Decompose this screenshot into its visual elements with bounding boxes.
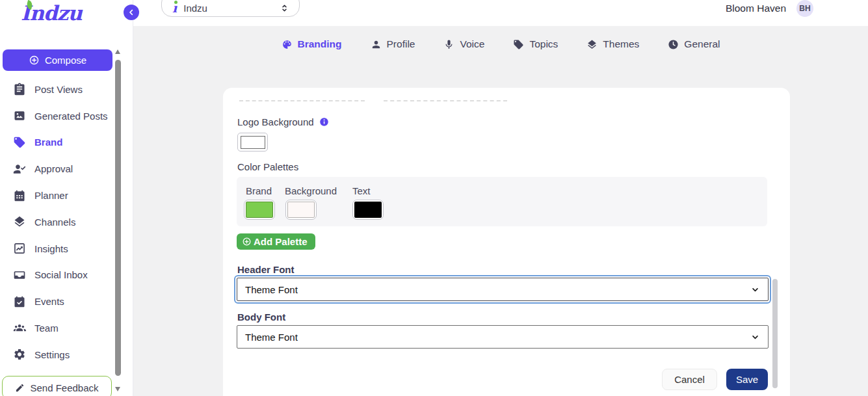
brand-tabs: Branding Profile Voice Topics Themes Gen…	[133, 38, 868, 50]
calendar-icon	[13, 189, 26, 202]
logo-background-color	[241, 136, 265, 149]
sidebar-item-label: Channels	[34, 217, 75, 228]
sidebar-item-channels[interactable]: Channels	[0, 209, 114, 235]
sidebar-item-label: Post Views	[34, 84, 83, 95]
sidebar: Indzu Compose Post Views Generated Posts…	[0, 0, 133, 396]
feedback-label: Send Feedback	[30, 382, 98, 393]
sidebar-item-approval[interactable]: Approval	[0, 155, 114, 182]
app-logo: Indzu	[21, 1, 82, 25]
logo-background-label: Logo Background	[237, 116, 329, 127]
tag-icon	[13, 136, 26, 149]
workspace-selector-value: Indzu	[183, 3, 272, 14]
account-name: Bloom Haven	[726, 3, 786, 14]
tab-profile[interactable]: Profile	[371, 38, 415, 50]
text-color	[354, 202, 382, 218]
plus-circle-icon	[29, 55, 40, 66]
gear-icon	[13, 348, 26, 361]
inbox-icon	[13, 269, 26, 282]
clipboard-icon	[13, 83, 26, 96]
person-icon	[371, 39, 382, 50]
main-content: Branding Profile Voice Topics Themes Gen…	[133, 26, 868, 396]
tab-label: Voice	[460, 38, 484, 50]
calendar-check-icon	[13, 295, 26, 308]
sidebar-item-label: Events	[34, 296, 64, 307]
avatar-initials: BH	[799, 4, 810, 13]
palette-column-text: Text	[352, 185, 371, 196]
sidebar-item-generated-posts[interactable]: Generated Posts	[0, 103, 114, 129]
sidebar-item-label: Settings	[34, 349, 70, 360]
person-check-icon	[13, 163, 26, 176]
sidebar-item-label: Planner	[34, 190, 68, 201]
info-icon[interactable]	[319, 117, 329, 127]
tab-branding[interactable]: Branding	[282, 38, 342, 50]
image-icon	[13, 109, 26, 122]
background-color-swatch[interactable]	[285, 200, 317, 220]
sidebar-item-post-views[interactable]: Post Views	[0, 76, 114, 103]
compose-button[interactable]: Compose	[3, 49, 112, 71]
tab-label: General	[684, 38, 720, 50]
tab-themes[interactable]: Themes	[586, 38, 639, 50]
sidebar-scrollbar[interactable]	[114, 47, 123, 396]
sidebar-item-settings[interactable]: Settings	[0, 341, 114, 368]
tab-label: Profile	[387, 38, 415, 50]
pencil-icon	[15, 383, 25, 393]
unfold-more-icon	[279, 3, 290, 14]
header-font-value: Theme Font	[245, 284, 298, 295]
sidebar-item-label: Social Inbox	[34, 269, 88, 280]
brand-color-swatch[interactable]	[244, 200, 275, 220]
add-palette-label: Add Palette	[254, 236, 308, 247]
scroll-down-arrow-icon[interactable]	[115, 387, 120, 391]
body-font-label: Body Font	[237, 311, 285, 323]
people-icon	[13, 322, 26, 335]
chart-icon	[13, 242, 26, 255]
body-font-select[interactable]: Theme Font	[237, 325, 769, 349]
palette-column-brand: Brand	[246, 185, 272, 196]
sidebar-item-label: Team	[34, 323, 59, 334]
add-palette-button[interactable]: Add Palette	[237, 233, 315, 250]
tab-label: Branding	[298, 38, 342, 50]
sidebar-nav: Post Views Generated Posts Brand Approva…	[0, 76, 114, 368]
sidebar-item-events[interactable]: Events	[0, 288, 114, 315]
dashed-divider	[384, 100, 507, 101]
sidebar-item-label: Generated Posts	[34, 111, 108, 122]
tab-voice[interactable]: Voice	[443, 38, 484, 50]
sidebar-item-planner[interactable]: Planner	[0, 182, 114, 209]
chevron-left-icon	[126, 7, 137, 18]
layers-icon	[586, 39, 598, 50]
layers-icon	[13, 215, 26, 228]
sidebar-item-label: Approval	[34, 163, 73, 174]
color-palettes-label: Color Palettes	[237, 161, 298, 172]
tab-topics[interactable]: Topics	[513, 38, 558, 50]
tab-label: Topics	[529, 38, 558, 50]
body-font-value: Theme Font	[245, 332, 298, 343]
collapse-sidebar-button[interactable]	[124, 5, 139, 20]
dashed-divider	[239, 100, 365, 101]
indzu-mini-logo-icon: ı	[172, 2, 177, 14]
branding-card: Logo Background Color Palettes Brand Bac…	[223, 88, 790, 396]
scroll-up-arrow-icon[interactable]	[115, 49, 120, 54]
clock-icon	[668, 39, 679, 50]
workspace-selector[interactable]: ı Indzu	[161, 0, 300, 17]
sidebar-scrollbar-thumb[interactable]	[115, 60, 121, 376]
app-root: Indzu Compose Post Views Generated Posts…	[0, 0, 868, 396]
logo-background-swatch[interactable]	[237, 133, 268, 152]
compose-label: Compose	[45, 55, 86, 66]
sidebar-item-social-inbox[interactable]: Social Inbox	[0, 262, 114, 289]
header-font-label: Header Font	[237, 264, 295, 275]
header-font-select[interactable]: Theme Font	[237, 278, 769, 301]
sidebar-item-label: Brand	[34, 137, 62, 148]
brand-color	[246, 202, 273, 218]
save-button[interactable]: Save	[726, 369, 768, 390]
content-scrollbar-thumb[interactable]	[772, 279, 778, 388]
avatar[interactable]: BH	[796, 0, 813, 17]
background-color	[287, 202, 315, 218]
send-feedback-button[interactable]: Send Feedback	[2, 376, 112, 396]
tag-icon	[513, 39, 524, 50]
plus-circle-icon	[242, 237, 252, 246]
cancel-button[interactable]: Cancel	[662, 369, 717, 390]
tab-general[interactable]: General	[668, 38, 720, 50]
sidebar-item-team[interactable]: Team	[0, 315, 114, 341]
text-color-swatch[interactable]	[352, 200, 384, 220]
sidebar-item-insights[interactable]: Insights	[0, 235, 114, 262]
sidebar-item-brand[interactable]: Brand	[0, 129, 114, 156]
